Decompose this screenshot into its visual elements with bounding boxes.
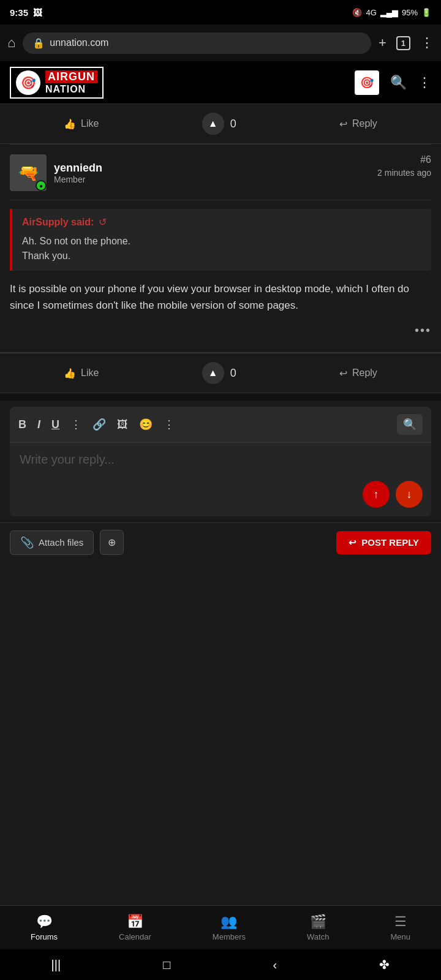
avatar-container: 🔫 ● <box>10 154 47 191</box>
bottom-action-bar: 📎 Attach files ⊕ ↩ POST REPLY <box>0 522 441 562</box>
extra-action-button[interactable]: ⊕ <box>100 530 124 555</box>
link-button[interactable]: 🔗 <box>92 418 106 431</box>
members-icon: 👥 <box>221 914 237 930</box>
like-label-first: Like <box>81 118 99 129</box>
forums-icon: 💬 <box>36 914 53 930</box>
post-block: 🔫 ● yenniedn Member #6 2 minutes ago Air… <box>0 145 441 353</box>
scroll-up-button[interactable]: ↑ <box>363 481 390 508</box>
scroll-down-button[interactable]: ↓ <box>396 481 423 508</box>
vote-container-first: ▲ 0 <box>202 113 236 135</box>
editor-toolbar: B I U ⋮ 🔗 🖼 😊 ⋮ 🔍 <box>10 407 431 443</box>
like-button-post[interactable]: 👍 Like <box>64 368 99 379</box>
like-icon-post: 👍 <box>64 368 76 379</box>
watch-icon: 🎬 <box>310 914 326 930</box>
extra-icon: ⊕ <box>108 537 116 548</box>
site-menu-icon[interactable]: ⋮ <box>418 75 431 91</box>
reply-label-post: Reply <box>352 368 377 379</box>
nav-item-forums[interactable]: 💬 Forums <box>18 909 70 946</box>
post-more-icon[interactable]: ••• <box>415 323 431 337</box>
reply-icon-first: ↩ <box>339 118 347 130</box>
editor-container: B I U ⋮ 🔗 🖼 😊 ⋮ 🔍 Write your reply... ↑ … <box>10 407 431 516</box>
home-icon: □ <box>163 958 170 971</box>
android-home-button[interactable]: □ <box>148 953 185 977</box>
status-left: 9:35 🖼 <box>10 7 42 18</box>
emoji-button[interactable]: 😊 <box>139 418 153 431</box>
quote-arrow-icon: ↺ <box>99 216 107 228</box>
site-header-right: 🎯 🔍 ⋮ <box>355 70 431 95</box>
post-footer: ••• <box>10 323 431 342</box>
italic-button[interactable]: I <box>37 418 40 431</box>
reply-button-first[interactable]: ↩ Reply <box>339 118 377 130</box>
post-meta: #6 2 minutes ago <box>377 154 431 178</box>
browser-actions: + 1 ⋮ <box>379 35 434 51</box>
avatar-gun-icon: 🔫 <box>18 163 39 183</box>
online-indicator: ● <box>36 180 47 191</box>
browser-bar: ⌂ 🔒 unnation.com + 1 ⋮ <box>0 24 441 61</box>
reply-button-post[interactable]: ↩ Reply <box>339 368 377 379</box>
post-content: It is possible on your phone if you view… <box>10 281 431 314</box>
url-bar[interactable]: 🔒 unnation.com <box>23 32 371 54</box>
logo-target-icon: 🎯 <box>16 70 40 95</box>
underline-button[interactable]: U <box>51 418 59 431</box>
vote-count-first: 0 <box>230 118 236 130</box>
logo-nation: NATION <box>45 84 97 95</box>
browser-menu-icon[interactable]: ⋮ <box>420 35 434 51</box>
vote-container-post: ▲ 0 <box>202 362 236 384</box>
battery-level: 95% <box>402 8 418 17</box>
site-logo[interactable]: 🎯 AIRGUN NATION <box>10 67 104 99</box>
status-bar: 9:35 🖼 🔇 4G ▂▄▆ 95% 🔋 <box>0 0 441 24</box>
like-button-first[interactable]: 👍 Like <box>64 118 99 130</box>
logo-airgun: AIRGUN <box>45 70 97 83</box>
reply-icon-post: ↩ <box>339 368 347 379</box>
menu-label: Menu <box>390 932 410 941</box>
post-number[interactable]: #6 <box>377 154 431 165</box>
photo-icon: 🖼 <box>33 7 42 18</box>
forums-label: Forums <box>31 932 58 941</box>
user-avatar-small[interactable]: 🎯 <box>355 70 379 95</box>
attach-icon: 📎 <box>20 536 34 549</box>
like-icon-first: 👍 <box>64 118 76 130</box>
upvote-button-post[interactable]: ▲ <box>202 362 224 384</box>
status-right: 🔇 4G ▂▄▆ 95% 🔋 <box>352 8 431 17</box>
members-label: Members <box>213 932 246 941</box>
post-timestamp: 2 minutes ago <box>377 168 431 178</box>
signal-icon: 4G <box>366 8 376 17</box>
post-reply-arrow-icon: ↩ <box>349 537 356 548</box>
tab-count[interactable]: 1 <box>396 36 410 50</box>
android-recents-button[interactable]: ||| <box>37 953 76 977</box>
post-reply-button[interactable]: ↩ POST REPLY <box>336 531 431 554</box>
upvote-button-first[interactable]: ▲ <box>202 113 224 135</box>
first-post-actions: 👍 Like ▲ 0 ↩ Reply <box>0 104 441 144</box>
quote-attribution: AirSupply said: ↺ <box>22 216 421 228</box>
bold-button[interactable]: B <box>18 418 26 431</box>
search-icon[interactable]: 🔍 <box>390 75 407 91</box>
calendar-label: Calendar <box>119 932 151 941</box>
post-author-row: 🔫 ● yenniedn Member <box>10 154 102 191</box>
editor-body[interactable]: Write your reply... ↑ ↓ <box>10 443 431 516</box>
author-name[interactable]: yenniedn <box>54 162 102 175</box>
attach-files-button[interactable]: 📎 Attach files <box>10 530 94 555</box>
home-icon[interactable]: ⌂ <box>7 35 15 51</box>
android-back-button[interactable]: ‹ <box>258 953 292 977</box>
back-icon: ‹ <box>273 958 277 971</box>
nav-item-calendar[interactable]: 📅 Calendar <box>107 909 164 946</box>
nav-item-watch[interactable]: 🎬 Watch <box>295 909 341 946</box>
search-in-editor-icon: 🔍 <box>403 418 417 431</box>
image-button[interactable]: 🖼 <box>117 418 128 431</box>
search-in-editor-button[interactable]: 🔍 <box>397 414 423 435</box>
recents-icon: ||| <box>51 958 61 971</box>
more-tools-icon[interactable]: ⋮ <box>164 418 175 431</box>
more-format-icon[interactable]: ⋮ <box>70 418 81 431</box>
network-bars: ▂▄▆ <box>380 8 398 17</box>
nav-item-members[interactable]: 👥 Members <box>200 909 258 946</box>
nav-item-menu[interactable]: ☰ Menu <box>378 909 423 946</box>
author-info: yenniedn Member <box>54 162 102 184</box>
editor-placeholder: Write your reply... <box>20 453 115 466</box>
lock-icon: 🔒 <box>32 37 45 49</box>
add-tab-icon[interactable]: + <box>379 35 386 51</box>
android-assist-button[interactable]: ✤ <box>364 952 404 977</box>
second-post-actions: 👍 Like ▲ 0 ↩ Reply <box>0 353 441 393</box>
status-time: 9:35 <box>10 7 28 18</box>
dark-separator <box>0 393 441 401</box>
like-label-post: Like <box>81 368 99 379</box>
